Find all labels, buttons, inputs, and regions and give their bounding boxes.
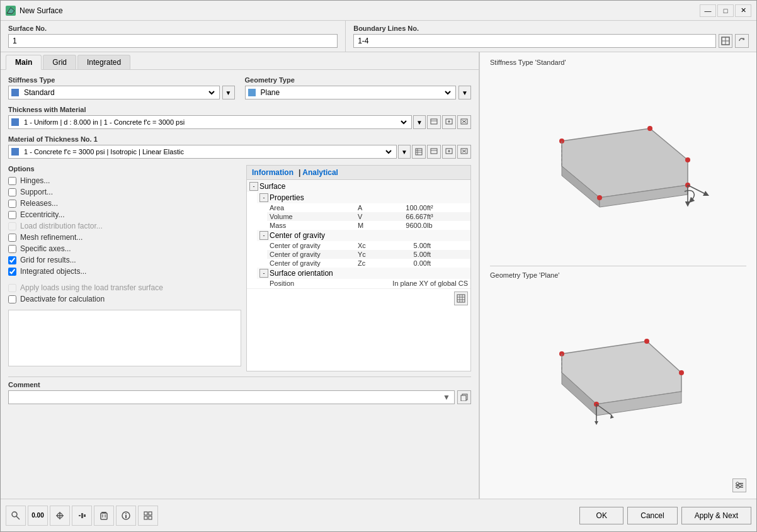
comment-input-row: ▼ bbox=[8, 390, 471, 404]
integrated-objects-checkbox[interactable] bbox=[8, 268, 16, 276]
boundary-pick-button[interactable] bbox=[719, 34, 732, 48]
deactivate-checkbox[interactable] bbox=[8, 295, 16, 303]
surface-no-input[interactable] bbox=[8, 34, 338, 48]
checkbox-integrated-objects[interactable]: Integrated objects... bbox=[8, 267, 241, 276]
main-tab-content: Stiffness Type Standard ▼ G bbox=[1, 70, 479, 499]
geometry-type-label: Geometry Type bbox=[245, 76, 472, 84]
surface-toggle[interactable]: - bbox=[249, 182, 258, 191]
cog-toggle[interactable]: - bbox=[259, 231, 268, 240]
stiffness-type-wrap: Standard ▼ bbox=[8, 86, 235, 99]
svg-rect-75 bbox=[144, 512, 147, 515]
material-edit-button[interactable] bbox=[427, 145, 441, 159]
cancel-button[interactable]: Cancel bbox=[627, 507, 677, 524]
orientation-toggle[interactable]: - bbox=[259, 269, 268, 278]
cog-xc-key: Xc bbox=[358, 242, 383, 249]
toolbar-decimal-button[interactable]: 0.00 bbox=[28, 506, 48, 526]
toolbar-search-button[interactable] bbox=[6, 506, 26, 526]
checkbox-deactivate[interactable]: Deactivate for calculation bbox=[8, 295, 241, 303]
checkbox-specific-axes[interactable]: Specific axes... bbox=[8, 244, 241, 253]
apply-next-button[interactable]: Apply & Next bbox=[681, 507, 751, 524]
checkbox-hinges[interactable]: Hinges... bbox=[8, 176, 241, 185]
material-row: Material of Thickness No. 1 1 - Concrete… bbox=[8, 135, 471, 159]
svg-rect-16 bbox=[431, 149, 437, 154]
svg-point-46 bbox=[644, 339, 649, 344]
releases-checkbox[interactable] bbox=[8, 200, 16, 208]
material-table-button[interactable] bbox=[412, 145, 426, 159]
checkbox-grid-for-results[interactable]: Grid for results... bbox=[8, 256, 241, 264]
lower-section: Options Hinges... Support... bbox=[8, 165, 471, 371]
options-label: Options bbox=[8, 165, 241, 173]
cog-yc-value: 5.00 bbox=[383, 251, 427, 258]
left-panel: Main Grid Integrated Stiffness Type Stan bbox=[1, 52, 479, 499]
checkbox-releases[interactable]: Releases... bbox=[8, 199, 241, 208]
material-dropdown-arrow[interactable]: ▼ bbox=[398, 145, 411, 159]
cog-zc-row: Center of gravity Zc 0.00 ft bbox=[267, 259, 470, 268]
thickness-new-button[interactable] bbox=[442, 115, 456, 129]
support-checkbox[interactable] bbox=[8, 188, 16, 196]
toolbar-settings-button[interactable] bbox=[72, 506, 92, 526]
ok-button[interactable]: OK bbox=[579, 507, 623, 524]
svg-point-60 bbox=[12, 512, 17, 517]
info-link[interactable]: Information bbox=[252, 168, 293, 177]
mesh-refinement-label: Mesh refinement... bbox=[20, 233, 83, 242]
mass-key: M bbox=[358, 222, 383, 229]
orientation-section: - Surface orientation Position In plane … bbox=[247, 268, 470, 288]
material-select[interactable]: 1 - Concrete f'c = 3000 psi | Isotropic … bbox=[21, 147, 394, 156]
material-new-button[interactable] bbox=[442, 145, 456, 159]
maximize-button[interactable]: □ bbox=[717, 4, 734, 17]
cog-xc-row: Center of gravity Xc 5.00 ft bbox=[267, 241, 470, 250]
viz-divider bbox=[490, 266, 746, 266]
integrated-objects-label: Integrated objects... bbox=[20, 267, 86, 276]
orientation-header: - Surface orientation bbox=[257, 268, 470, 279]
specific-axes-label: Specific axes... bbox=[20, 244, 71, 253]
stiffness-viz-area bbox=[490, 71, 746, 261]
hinges-checkbox[interactable] bbox=[8, 177, 16, 185]
boundary-reset-button[interactable] bbox=[735, 34, 749, 48]
svg-rect-67 bbox=[84, 514, 86, 517]
area-value: 100.00 bbox=[383, 204, 427, 212]
analytical-link[interactable]: Analytical bbox=[299, 168, 338, 177]
stiffness-type-select[interactable]: Standard bbox=[21, 88, 217, 98]
comment-dropdown-arrow[interactable]: ▼ bbox=[443, 393, 452, 402]
toolbar-grid-button[interactable] bbox=[138, 506, 158, 526]
thickness-dropdown-arrow[interactable]: ▼ bbox=[413, 115, 426, 129]
info-grid-button[interactable] bbox=[454, 291, 468, 305]
toolbar-info-button[interactable] bbox=[116, 506, 136, 526]
cog-section: - Center of gravity Center of gravity Xc… bbox=[247, 230, 470, 268]
properties-toggle[interactable]: - bbox=[259, 193, 268, 202]
checkbox-eccentricity[interactable]: Eccentricity... bbox=[8, 210, 241, 219]
stiffness-type-label: Stiffness Type bbox=[8, 76, 235, 84]
right-panel: Stiffness Type 'Standard' bbox=[479, 52, 756, 499]
geometry-dropdown-arrow[interactable]: ▼ bbox=[458, 86, 471, 99]
thickness-color-swatch bbox=[11, 118, 19, 126]
properties-rows: Area A 100.00 ft² Volume V bbox=[257, 203, 470, 230]
minimize-button[interactable]: — bbox=[700, 4, 716, 17]
position-name: Position bbox=[270, 280, 358, 287]
boundary-lines-section: Boundary Lines No. bbox=[345, 21, 756, 52]
checkbox-mesh-refinement[interactable]: Mesh refinement... bbox=[8, 233, 241, 242]
info-panel-container: Information Analytical - Surface bbox=[246, 165, 471, 371]
thickness-select[interactable]: 1 - Uniform | d : 8.000 in | 1 - Concret… bbox=[21, 118, 409, 127]
thickness-delete-button[interactable] bbox=[457, 115, 471, 129]
eccentricity-checkbox[interactable] bbox=[8, 211, 16, 219]
toolbar-node-button[interactable] bbox=[50, 506, 70, 526]
material-delete-button[interactable] bbox=[457, 145, 471, 159]
specific-axes-checkbox[interactable] bbox=[8, 245, 16, 253]
comment-copy-button[interactable] bbox=[457, 390, 471, 404]
mass-name: Mass bbox=[270, 222, 358, 229]
mesh-refinement-checkbox[interactable] bbox=[8, 234, 16, 242]
stiffness-dropdown-arrow[interactable]: ▼ bbox=[222, 86, 235, 99]
tab-main[interactable]: Main bbox=[6, 55, 42, 70]
comment-input[interactable] bbox=[11, 393, 443, 402]
tab-integrated[interactable]: Integrated bbox=[77, 55, 130, 69]
grid-for-results-checkbox[interactable] bbox=[8, 256, 16, 264]
checkbox-support[interactable]: Support... bbox=[8, 188, 241, 196]
boundary-lines-input[interactable] bbox=[353, 34, 716, 48]
thickness-edit-button[interactable] bbox=[427, 115, 441, 129]
close-button[interactable]: ✕ bbox=[735, 4, 751, 17]
geometry-type-select[interactable]: Plane bbox=[258, 88, 453, 98]
title-bar: New Surface — □ ✕ bbox=[1, 1, 756, 21]
viz-settings-button[interactable] bbox=[732, 478, 746, 492]
toolbar-delete-button[interactable] bbox=[94, 506, 114, 526]
tab-grid[interactable]: Grid bbox=[43, 55, 76, 69]
